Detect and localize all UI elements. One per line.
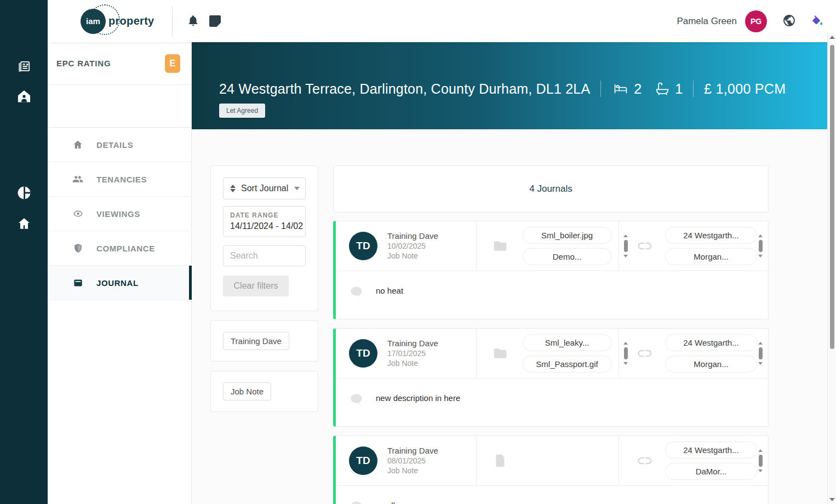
status-badge: Let Agreed <box>219 104 265 118</box>
avatar: TD <box>349 339 377 368</box>
paint-bucket-icon <box>810 14 824 29</box>
entry-description: new description in here <box>376 393 460 403</box>
nav-item-compliance[interactable]: COMPLIANCE <box>48 231 191 266</box>
links-scrollbar[interactable] <box>757 234 764 257</box>
journal-entry: TD Training Dave 10/02/2025 Job Note Sml… <box>333 221 769 319</box>
hero-divider <box>693 81 694 97</box>
links-scrollbar[interactable] <box>757 342 764 365</box>
scroll-down-arrow-icon[interactable] <box>829 498 835 501</box>
property-sidebar: EPC RATING E DETAILS TENANCIES <box>48 42 192 504</box>
entry-author: Training Dave <box>387 446 438 456</box>
shield-icon <box>72 242 84 254</box>
avatar: TD <box>349 446 377 475</box>
epc-rating-badge: E <box>165 54 180 73</box>
rail-journal-button[interactable] <box>0 55 48 79</box>
entry-attachments-column: Sml_leaky... Sml_Passport.gif <box>476 329 619 378</box>
attachment-chip[interactable]: Sml_boiler.jpg <box>523 227 612 244</box>
attachment-chip[interactable]: Demo... <box>523 248 612 265</box>
epc-rating-row: EPC RATING E <box>48 42 191 85</box>
notifications-button[interactable] <box>187 14 199 29</box>
entry-description-row: new description in here <box>336 379 768 426</box>
link-icon <box>635 345 654 362</box>
filter-column: Sort Journal DATE RANGE 14/11/2024 - 14/… <box>210 165 318 412</box>
chevron-down-icon <box>294 187 300 190</box>
rail-home-button[interactable] <box>0 213 48 237</box>
file-icon <box>491 453 509 469</box>
filters-panel: Sort Journal DATE RANGE 14/11/2024 - 14/… <box>210 165 318 311</box>
epc-chart-area <box>48 85 191 128</box>
entry-author: Training Dave <box>387 231 438 241</box>
entry-type: Job Note <box>387 466 438 476</box>
entry-date: 08/01/2025 <box>387 456 438 466</box>
home-icon <box>72 139 84 151</box>
entry-description-row: no heat <box>336 271 768 319</box>
bathrooms-count: 1 <box>675 81 683 97</box>
attachment-chip[interactable]: Sml_leaky... <box>523 334 612 351</box>
journal-entry: TD Training Dave 08/01/2025 Job Note <box>333 436 769 504</box>
links-scrollbar[interactable] <box>757 449 764 472</box>
topbar-divider <box>172 6 173 37</box>
user-avatar[interactable]: PG <box>745 10 767 32</box>
entry-author: Training Dave <box>387 339 438 348</box>
entry-author-column: TD Training Dave 10/02/2025 Job Note <box>336 221 476 271</box>
linked-record-chip[interactable]: 24 Westgarth... <box>665 334 757 351</box>
entry-description: no heat <box>376 286 403 295</box>
search-input[interactable] <box>223 245 306 266</box>
theme-button[interactable] <box>810 14 824 29</box>
attachments-scrollbar[interactable] <box>622 234 629 257</box>
rail-reports-button[interactable] <box>0 182 48 206</box>
nav-item-tenancies[interactable]: TENANCIES <box>48 162 191 197</box>
nav-item-viewings[interactable]: VIEWINGS <box>48 197 191 231</box>
journal-list: 4 Journals TD Training Dave 10/02/2025 J… <box>333 165 769 504</box>
journal-icon <box>16 59 32 76</box>
globe-icon <box>782 14 796 29</box>
linked-record-chip[interactable]: Morgan... <box>665 356 757 373</box>
date-range-value: 14/11/2024 - 14/02 <box>230 221 305 231</box>
comment-bubble-icon <box>349 392 364 409</box>
author-filter-chip[interactable]: Training Dave <box>223 332 289 350</box>
language-button[interactable] <box>782 14 796 29</box>
property-price: £ 1,000 PCM <box>704 81 786 97</box>
notes-button[interactable] <box>209 15 221 27</box>
entry-date: 10/02/2025 <box>387 241 438 251</box>
date-range-picker[interactable]: DATE RANGE 14/11/2024 - 14/02 <box>223 206 306 237</box>
logo-circle: iam <box>81 9 106 34</box>
bed-icon <box>611 81 630 96</box>
iamproperty-logo[interactable]: iam property <box>81 6 154 37</box>
nav-item-details[interactable]: DETAILS <box>48 128 191 162</box>
linked-record-chip[interactable]: Morgan... <box>665 248 757 265</box>
entry-links-column: 24 Westgarth... Morgan... <box>619 329 768 378</box>
nav-item-journal[interactable]: JOURNAL <box>48 266 191 300</box>
folder-icon <box>491 238 509 254</box>
comment-bubble-icon <box>349 284 364 301</box>
bathrooms-stat: 1 <box>654 81 683 97</box>
sort-journal-dropdown[interactable]: Sort Journal <box>223 177 306 199</box>
bath-icon <box>654 81 671 97</box>
entry-links-column: 24 Westgarth... Morgan... <box>619 221 768 271</box>
entry-attachments-column <box>476 436 619 485</box>
bedrooms-count: 2 <box>634 81 642 97</box>
sort-icon <box>230 185 236 192</box>
type-filter-chip[interactable]: Job Note <box>223 382 271 400</box>
hero-divider <box>600 81 601 97</box>
linked-record-chip[interactable]: DaMor... <box>665 463 757 480</box>
folder-icon <box>491 345 509 362</box>
comment-bubble-icon <box>349 499 364 504</box>
property-address: 24 Westgarth Terrace, Darlington, County… <box>219 81 590 97</box>
linked-record-chip[interactable]: 24 Westgarth... <box>665 442 757 459</box>
scrollbar-thumb[interactable] <box>830 45 834 349</box>
linked-record-chip[interactable]: 24 Westgarth... <box>665 227 757 244</box>
journal-count: 4 Journals <box>529 184 572 194</box>
entry-date: 17/01/2025 <box>387 348 438 358</box>
attachments-scrollbar[interactable] <box>622 342 629 365</box>
attachment-chip[interactable]: Sml_Passport.gif <box>523 356 612 373</box>
bedrooms-stat: 2 <box>611 81 642 97</box>
people-icon <box>72 173 84 185</box>
bell-icon <box>187 14 199 29</box>
scroll-up-arrow-icon[interactable] <box>829 36 835 39</box>
page-scrollbar[interactable] <box>827 33 836 504</box>
entry-type: Job Note <box>387 251 438 261</box>
rail-property-button[interactable] <box>0 85 48 110</box>
clear-filters-button[interactable]: Clear filters <box>223 276 289 296</box>
property-hero: 24 Westgarth Terrace, Darlington, County… <box>192 42 827 129</box>
